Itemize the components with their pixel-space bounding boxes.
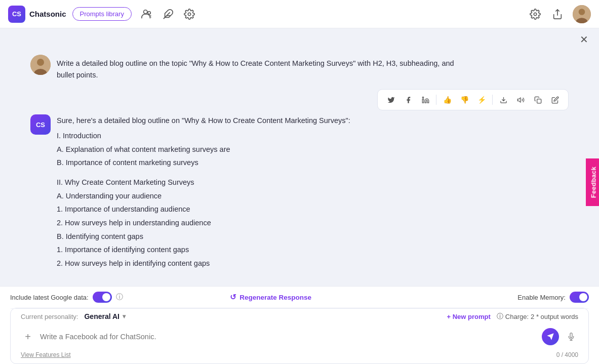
outline-line-1: I. Introduction bbox=[57, 129, 350, 143]
user-message-text: Write a detailed blog outline on the top… bbox=[57, 55, 472, 81]
bot-intro: Sure, here's a detailed blog outline on … bbox=[57, 114, 350, 127]
outline-line-7: 2. How surveys help in understanding aud… bbox=[57, 216, 350, 230]
feedback-tab[interactable]: Feedback bbox=[585, 158, 599, 206]
user-message-avatar bbox=[30, 55, 51, 75]
charge-info: ⓘ Charge: 2 * output words bbox=[497, 312, 578, 321]
outline-line-6: 1. Importance of understanding audience bbox=[57, 203, 350, 216]
twitter-share-icon[interactable] bbox=[383, 93, 399, 107]
google-data-info-icon[interactable]: ⓘ bbox=[116, 293, 123, 302]
svg-rect-17 bbox=[537, 99, 541, 103]
outline-line-3: B. Importance of content marketing surve… bbox=[57, 156, 350, 170]
action-toolbar: 👍 👎 ⚡ bbox=[377, 89, 569, 110]
toolbar-divider-1 bbox=[436, 95, 436, 105]
settings-icon[interactable] bbox=[182, 7, 196, 21]
header: CS Chatsonic Prompts library bbox=[0, 0, 599, 28]
bottom-panel: Include latest Google data: ⓘ ↺ Regenera… bbox=[0, 286, 599, 364]
settings-cog-icon[interactable] bbox=[528, 7, 542, 21]
enable-memory-switch[interactable] bbox=[570, 292, 589, 303]
char-count: 0 / 4000 bbox=[556, 351, 578, 358]
outline-line-9: 1. Importance of identifying content gap… bbox=[57, 243, 350, 257]
copy-icon[interactable] bbox=[530, 93, 546, 107]
svg-point-4 bbox=[188, 13, 191, 16]
prompts-library-button[interactable]: Prompts library bbox=[72, 7, 132, 21]
linkedin-share-icon[interactable] bbox=[417, 93, 433, 107]
new-prompt-button[interactable]: + New prompt bbox=[447, 313, 490, 320]
share-icon[interactable] bbox=[550, 7, 565, 21]
svg-rect-13 bbox=[422, 99, 424, 103]
header-right bbox=[528, 5, 591, 23]
header-icons bbox=[140, 7, 196, 21]
close-row: ✕ bbox=[0, 28, 599, 47]
view-features-link[interactable]: View Features List bbox=[21, 351, 71, 358]
thumbsup-icon[interactable]: 👍 bbox=[439, 93, 455, 107]
google-data-label: Include latest Google data: bbox=[10, 294, 89, 301]
personality-select[interactable]: General AI ▾ bbox=[84, 312, 126, 320]
charge-value: 2 * output words bbox=[531, 313, 578, 320]
bolt-icon[interactable]: ⚡ bbox=[473, 93, 490, 107]
personality-row: Current personality: General AI ▾ + New … bbox=[11, 308, 588, 324]
enable-memory-label: Enable Memory: bbox=[517, 294, 566, 301]
toolbar-divider-2 bbox=[492, 95, 493, 105]
outline-line-5: A. Understanding your audience bbox=[57, 189, 350, 203]
svg-marker-16 bbox=[517, 98, 521, 102]
charge-label: Charge: bbox=[505, 313, 529, 320]
send-button[interactable] bbox=[542, 328, 559, 345]
input-row: + bbox=[11, 324, 588, 351]
regenerate-button[interactable]: ↺ Regenerate Response bbox=[230, 293, 311, 302]
svg-point-14 bbox=[422, 97, 424, 98]
facebook-share-icon[interactable] bbox=[400, 93, 416, 107]
logo-icon: CS bbox=[8, 6, 25, 23]
footer-row: View Features List 0 / 4000 bbox=[11, 351, 588, 363]
download-icon[interactable] bbox=[495, 93, 511, 107]
microphone-icon[interactable] bbox=[564, 330, 578, 344]
google-data-toggle: Include latest Google data: ⓘ bbox=[10, 292, 123, 303]
outline-line-4: II. Why Create Content Marketing Surveys bbox=[57, 176, 350, 189]
bot-avatar: CS bbox=[30, 114, 51, 135]
svg-point-11 bbox=[37, 59, 44, 66]
outline-section-2: II. Why Create Content Marketing Surveys… bbox=[57, 176, 350, 270]
plus-button[interactable]: + bbox=[21, 330, 35, 344]
outline-section: I. Introduction A. Explanation of what c… bbox=[57, 129, 350, 170]
outline-line-10: 2. How surveys help in identifying conte… bbox=[57, 257, 350, 270]
bot-message: CS Sure, here's a detailed blog outline … bbox=[30, 114, 569, 276]
personality-value: General AI bbox=[84, 312, 119, 320]
charge-info-icon: ⓘ bbox=[497, 312, 503, 321]
user-avatar[interactable] bbox=[573, 5, 591, 23]
svg-point-8 bbox=[579, 9, 585, 15]
user-message: Write a detailed blog outline on the top… bbox=[30, 47, 569, 85]
logo-text: Chatsonic bbox=[29, 10, 66, 18]
google-data-toggle-switch[interactable] bbox=[93, 292, 112, 303]
chevron-down-icon: ▾ bbox=[123, 313, 126, 320]
enable-memory-toggle: Enable Memory: bbox=[517, 292, 589, 303]
outline-line-8: B. Identifying content gaps bbox=[57, 230, 350, 244]
controls-row: Include latest Google data: ⓘ ↺ Regenera… bbox=[0, 287, 599, 308]
puzzle-icon[interactable] bbox=[161, 7, 175, 21]
community-icon[interactable] bbox=[140, 7, 154, 21]
chat-input[interactable] bbox=[40, 333, 537, 341]
personality-label: Current personality: bbox=[21, 313, 78, 320]
outline-line-2: A. Explanation of what content marketing… bbox=[57, 143, 350, 156]
svg-point-1 bbox=[148, 11, 151, 14]
input-container: Current personality: General AI ▾ + New … bbox=[10, 308, 589, 364]
logo-area: CS Chatsonic bbox=[8, 6, 66, 23]
svg-point-5 bbox=[534, 13, 537, 16]
thumbsdown-icon[interactable]: 👎 bbox=[456, 93, 472, 107]
edit-icon[interactable] bbox=[547, 93, 563, 107]
bot-message-content: Sure, here's a detailed blog outline on … bbox=[57, 114, 350, 276]
volume-icon[interactable] bbox=[512, 93, 529, 107]
close-button[interactable]: ✕ bbox=[577, 32, 591, 47]
regenerate-icon: ↺ bbox=[230, 293, 236, 302]
chat-area: Write a detailed blog outline on the top… bbox=[0, 47, 599, 286]
svg-point-0 bbox=[144, 10, 147, 13]
regenerate-label: Regenerate Response bbox=[239, 294, 311, 301]
